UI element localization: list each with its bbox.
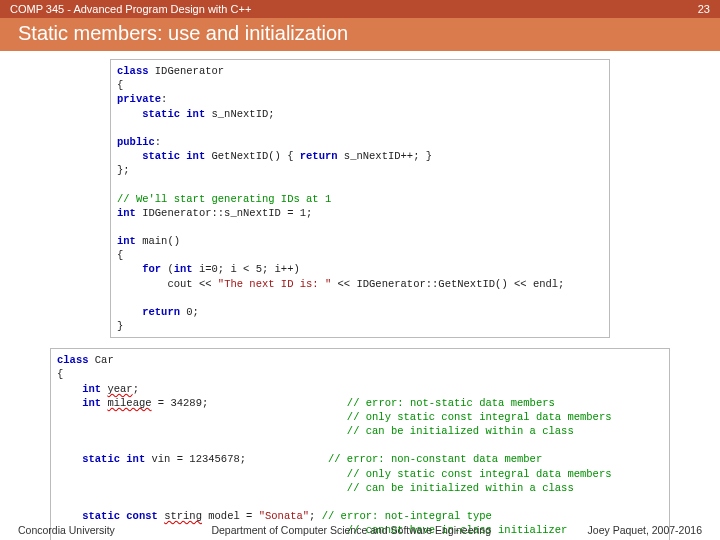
page-title: Static members: use and initialization bbox=[0, 18, 720, 51]
footer-center: Department of Computer Science and Softw… bbox=[211, 524, 491, 536]
slide-content: class IDGenerator { private: static int … bbox=[0, 51, 720, 540]
code-block-idgenerator: class IDGenerator { private: static int … bbox=[110, 59, 610, 338]
slide-footer: Concordia University Department of Compu… bbox=[0, 524, 720, 536]
page-number: 23 bbox=[698, 3, 710, 15]
footer-left: Concordia University bbox=[18, 524, 115, 536]
top-header: COMP 345 - Advanced Program Design with … bbox=[0, 0, 720, 18]
code-block-car: class Car { int year; int mileage = 3428… bbox=[50, 348, 670, 540]
course-label: COMP 345 - Advanced Program Design with … bbox=[10, 3, 251, 15]
footer-right: Joey Paquet, 2007-2016 bbox=[588, 524, 702, 536]
